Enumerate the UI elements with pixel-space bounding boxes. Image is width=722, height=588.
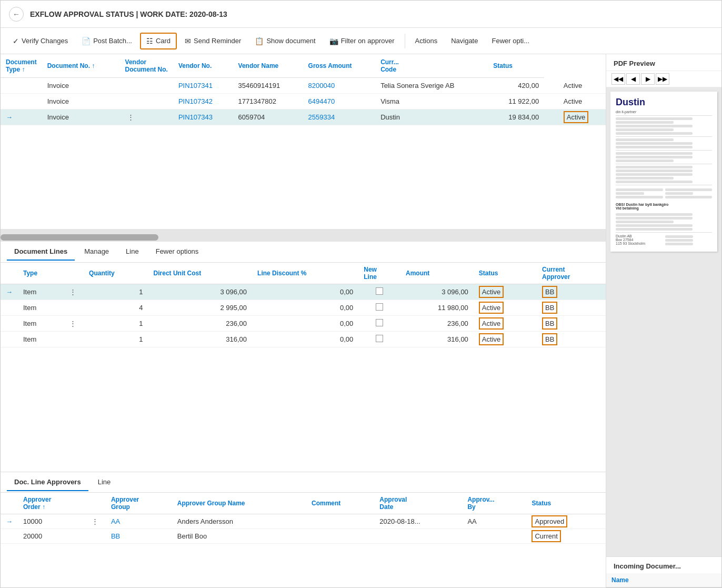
cell-doc-no[interactable]: PIN107342 [173, 94, 233, 109]
col-dl-approver[interactable]: CurrentApprover [537, 263, 606, 284]
cell-vendor-no[interactable]: 6494470 [303, 94, 376, 109]
tab-document-lines[interactable]: Document Lines [7, 243, 75, 261]
cell-vendor-no[interactable]: 2559334 [303, 109, 376, 125]
fewer-options-button[interactable]: Fewer opti... [486, 33, 535, 48]
cell-dl-amount: 3 096,00 [400, 284, 474, 300]
col-ap-order[interactable]: ApproverOrder ↑ [18, 493, 84, 514]
post-batch-button[interactable]: 📄 Post Batch... [76, 33, 138, 49]
tab-approvers-line[interactable]: Line [91, 474, 118, 491]
cell-dl-dots[interactable]: ⋮ [62, 284, 84, 300]
col-vendor-name[interactable]: Vendor Name [233, 54, 303, 78]
cell-ap-dots[interactable] [84, 529, 106, 544]
col-ap-comment[interactable]: Comment [306, 493, 374, 514]
toolbar-separator [405, 34, 405, 48]
col-dl-unit-cost[interactable]: Direct Unit Cost [148, 263, 252, 284]
cell-vendor-doc: 1771347802 [233, 94, 303, 109]
cell-vendor-doc: 6059704 [233, 109, 303, 125]
new-line-checkbox[interactable] [376, 319, 383, 326]
cell-dl-status: Active [474, 284, 537, 300]
table-row[interactable]: →Item⋮13 096,000,003 096,00ActiveBB [1, 284, 606, 300]
table-row[interactable]: InvoicePIN10734217713478026494470Visma11… [1, 94, 606, 109]
col-ap-status[interactable]: Status [526, 493, 606, 514]
col-dl-status[interactable]: Status [474, 263, 537, 284]
cell-dl-new-line[interactable] [358, 332, 400, 347]
cell-ap-dots[interactable]: ⋮ [84, 514, 106, 529]
title-bar: ← EXFLOW APPROVAL STATUS | WORK DATE: 20… [1, 1, 721, 28]
filter-approver-button[interactable]: 📷 Filter on approver [324, 33, 400, 49]
cell-dl-dots[interactable] [62, 300, 84, 316]
table-row[interactable]: Item⋮1236,000,00236,00ActiveBB [1, 316, 606, 332]
col-gross-amount[interactable]: Gross Amount [303, 54, 376, 78]
cell-ap-comment [306, 529, 374, 544]
cell-dl-unit-cost: 2 995,00 [148, 300, 252, 316]
col-status[interactable]: Status [488, 54, 544, 78]
show-document-button[interactable]: 📋 Show document [249, 33, 321, 49]
cell-dl-new-line[interactable] [358, 300, 400, 316]
col-doc-no[interactable]: Document No. ↑ [42, 54, 120, 78]
cell-dl-new-line[interactable] [358, 284, 400, 300]
col-dl-amount[interactable]: Amount [400, 263, 474, 284]
col-dl-new-line[interactable]: NewLine [358, 263, 400, 284]
pdf-first-button[interactable]: ◀◀ [611, 73, 625, 85]
cell-ap-date: 2020-08-18... [374, 514, 462, 529]
cell-dl-dots[interactable]: ⋮ [62, 316, 84, 332]
cell-curr-code [544, 109, 558, 125]
pdf-navigation: ◀◀ ◀ ▶ ▶▶ [606, 71, 721, 87]
table-row[interactable]: 20000BBBertil BooCurrent [1, 529, 606, 544]
tab-doc-line-approvers[interactable]: Doc. Line Approvers [7, 474, 88, 491]
cell-dl-amount: 236,00 [400, 316, 474, 332]
verify-changes-button[interactable]: ✓ Verify Changes [7, 33, 74, 49]
cell-doc-no[interactable]: PIN107343 [173, 109, 233, 125]
table-row[interactable]: Item42 995,000,0011 980,00ActiveBB [1, 300, 606, 316]
pdf-last-button[interactable]: ▶▶ [656, 73, 669, 85]
document-lines-section: Type Quantity Direct Unit Cost Line Disc… [1, 263, 606, 472]
back-button[interactable]: ← [9, 7, 24, 22]
pdf-next-button[interactable]: ▶ [641, 73, 655, 85]
col-ap-by[interactable]: Approv...By [462, 493, 526, 514]
new-line-checkbox[interactable] [376, 303, 383, 311]
cell-dl-discount: 0,00 [252, 332, 358, 347]
col-ap-group[interactable]: ApproverGroup [106, 493, 172, 514]
col-doc-type[interactable]: DocumentType ↑ [1, 54, 42, 78]
incoming-documents-title: Incoming Documer... [606, 556, 721, 573]
cell-ap-status: Approved [526, 514, 606, 529]
actions-button[interactable]: Actions [409, 33, 444, 48]
cell-ap-group[interactable]: AA [106, 514, 172, 529]
cell-dl-dots[interactable] [62, 332, 84, 347]
cell-doc-no[interactable]: PIN107341 [173, 78, 233, 94]
tab-manage[interactable]: Manage [77, 243, 116, 261]
cell-ap-group[interactable]: BB [106, 529, 172, 544]
col-ap-group-name[interactable]: Approver Group Name [172, 493, 306, 514]
col-vendor-no[interactable]: Vendor No. [173, 54, 233, 78]
cell-dl-quantity: 4 [84, 300, 148, 316]
navigate-button[interactable]: Navigate [445, 33, 484, 48]
col-dl-type[interactable]: Type [18, 263, 62, 284]
table-row[interactable]: Item1316,000,00316,00ActiveBB [1, 332, 606, 347]
show-doc-icon: 📋 [255, 37, 264, 45]
table-row[interactable]: →10000⋮AAAnders Andersson2020-08-18...AA… [1, 514, 606, 529]
table-row[interactable]: InvoicePIN107341354609141918200040Telia … [1, 78, 606, 94]
right-panel: PDF Preview ◀◀ ◀ ▶ ▶▶ Dustin din it-part… [606, 54, 721, 587]
col-dl-discount[interactable]: Line Discount % [252, 263, 358, 284]
col-curr-code[interactable]: Curr...Code [375, 54, 488, 78]
col-vendor-doc[interactable]: VendorDocument No. [120, 54, 173, 78]
cell-dl-status: Active [474, 300, 537, 316]
horizontal-scrollbar[interactable] [1, 233, 606, 242]
col-ap-date[interactable]: ApprovalDate [374, 493, 462, 514]
card-button[interactable]: ☷ Card [140, 33, 177, 49]
pdf-prev-button[interactable]: ◀ [626, 73, 640, 85]
send-reminder-button[interactable]: ✉ Send Reminder [179, 33, 247, 49]
new-line-checkbox[interactable] [376, 335, 383, 342]
new-line-checkbox[interactable] [376, 287, 383, 295]
col-incoming-name: Name [606, 573, 721, 587]
cell-vendor-no[interactable]: 8200040 [303, 78, 376, 94]
tab-fewer-options[interactable]: Fewer options [148, 243, 206, 261]
scroll-thumb[interactable] [1, 234, 158, 241]
cell-dl-new-line[interactable] [358, 316, 400, 332]
incoming-documents-table-header: Name [606, 573, 721, 587]
col-dl-quantity[interactable]: Quantity [84, 263, 148, 284]
tab-line[interactable]: Line [118, 243, 146, 261]
toolbar: ✓ Verify Changes 📄 Post Batch... ☷ Card … [1, 28, 721, 54]
cell-dots[interactable]: ⋮ [120, 109, 173, 125]
table-row[interactable]: →Invoice⋮PIN10734360597042559334Dustin19… [1, 109, 606, 125]
